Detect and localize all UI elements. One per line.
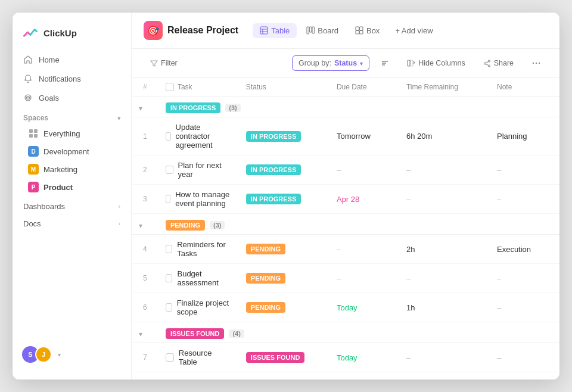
sidebar-item-development[interactable]: D Development — [17, 142, 126, 160]
dashboards-chevron-icon: › — [119, 203, 120, 210]
table-row[interactable]: 5 Budget assessment PENDING – – – — [132, 264, 559, 293]
sort-button[interactable] — [374, 55, 396, 71]
status-badge: PENDING — [246, 302, 285, 313]
dashboards-section[interactable]: Dashboards › — [13, 196, 131, 213]
task-name: Plan for next year — [178, 161, 232, 179]
task-cell[interactable]: Budget assessment — [158, 264, 239, 293]
docs-label: Docs — [23, 219, 41, 228]
task-cell[interactable]: Finalize project scope — [158, 293, 239, 322]
svg-rect-21 — [408, 60, 410, 66]
time-remaining-cell: – — [399, 372, 490, 380]
sidebar-item-product[interactable]: P Product — [17, 178, 126, 196]
svg-point-31 — [536, 63, 537, 64]
sidebar-item-everything[interactable]: Everything — [17, 125, 126, 142]
filter-button[interactable]: Filter — [144, 55, 184, 71]
board-icon — [306, 26, 315, 35]
table-row[interactable]: 8 Resource allocation ISSUES FOUND May 2… — [132, 372, 559, 380]
table-row[interactable]: 6 Finalize project scope PENDING Today 1… — [132, 293, 559, 322]
filter-icon — [150, 60, 158, 67]
task-name: How to manage event planning — [175, 190, 232, 208]
row-checkbox[interactable] — [166, 132, 171, 141]
group-count: (3) — [225, 104, 240, 112]
hide-columns-button[interactable]: Hide Columns — [400, 55, 472, 71]
task-cell[interactable]: Update contractor agreement — [158, 117, 239, 155]
row-checkbox[interactable] — [166, 353, 174, 362]
svg-line-29 — [486, 64, 488, 65]
status-cell: PENDING — [239, 264, 329, 293]
product-icon: P — [28, 182, 39, 192]
sidebar-item-goals[interactable]: Goals — [17, 89, 126, 107]
row-checkbox[interactable] — [166, 166, 173, 174]
svg-line-23 — [414, 61, 415, 63]
sidebar-item-notifications[interactable]: Notifications — [17, 70, 126, 88]
marketing-label: Marketing — [43, 165, 77, 174]
row-checkbox[interactable] — [166, 303, 172, 312]
sidebar-nav: Home Notifications Goals — [13, 51, 131, 107]
task-cell[interactable]: Reminders for Tasks — [158, 235, 239, 264]
svg-rect-11 — [307, 27, 309, 34]
add-view-label: + Add view — [395, 26, 433, 35]
group-by-button[interactable]: Group by: Status ▾ — [292, 55, 369, 71]
task-cell[interactable]: Resource allocation — [158, 372, 239, 380]
time-remaining-cell: – — [399, 185, 490, 214]
table-row[interactable]: 4 Reminders for Tasks PENDING – 2h Execu… — [132, 235, 559, 264]
box-icon — [355, 26, 363, 35]
table-row[interactable]: 7 Resource Table ISSUES FOUND Today – – — [132, 343, 559, 372]
tab-table-label: Table — [271, 26, 290, 35]
sidebar-item-marketing[interactable]: M Marketing — [17, 160, 126, 178]
table-row[interactable]: 3 How to manage event planning IN PROGRE… — [132, 185, 559, 214]
col-status-header: Status — [239, 78, 329, 97]
sidebar: ClickUp Home Notifications — [13, 13, 132, 379]
hide-columns-label: Hide Columns — [418, 59, 465, 67]
table-row[interactable]: 2 Plan for next year IN PROGRESS – – – — [132, 155, 559, 185]
col-checkbox: Task — [158, 78, 239, 97]
due-date-cell: May 21 — [329, 372, 399, 380]
app-window: ClickUp Home Notifications — [12, 12, 560, 380]
note-cell: Execution — [490, 235, 559, 264]
row-checkbox[interactable] — [166, 245, 172, 253]
status-cell: IN PROGRESS — [239, 185, 329, 214]
status-cell: IN PROGRESS — [239, 155, 329, 185]
user-chevron-icon: ▾ — [58, 351, 61, 358]
tab-table[interactable]: Table — [253, 23, 297, 38]
row-checkbox[interactable] — [166, 195, 170, 203]
time: 2h — [406, 245, 415, 254]
group-status-badge: PENDING — [166, 220, 205, 231]
spaces-section-header[interactable]: Spaces ▾ — [13, 107, 131, 125]
more-options-button[interactable] — [525, 55, 548, 71]
svg-line-28 — [486, 61, 488, 63]
share-icon — [483, 60, 491, 67]
tab-board[interactable]: Board — [299, 23, 346, 38]
sidebar-item-home[interactable]: Home — [17, 51, 126, 69]
collapse-icon[interactable]: ▾ — [139, 222, 142, 230]
docs-section[interactable]: Docs › — [13, 213, 131, 231]
time-remaining-cell: – — [399, 264, 490, 293]
time-dash: – — [406, 353, 411, 362]
view-tabs: Table Board — [253, 23, 439, 38]
share-button[interactable]: Share — [477, 55, 520, 71]
task-cell[interactable]: How to manage event planning — [158, 185, 239, 214]
select-all-checkbox[interactable] — [166, 83, 174, 91]
logo-area[interactable]: ClickUp — [13, 22, 131, 51]
task-cell[interactable]: Plan for next year — [158, 155, 239, 185]
group-status-badge: ISSUES FOUND — [166, 328, 225, 339]
user-area[interactable]: S J ▾ — [13, 339, 131, 370]
status-cell: PENDING — [239, 235, 329, 264]
avatar-group: S J — [22, 346, 52, 363]
note-dash: – — [497, 353, 501, 362]
task-table: # Task Status Due Date Time Remaining No… — [132, 78, 559, 379]
tab-box[interactable]: Box — [348, 23, 387, 38]
due-dash: – — [337, 274, 341, 283]
status-cell: PENDING — [239, 293, 329, 322]
note-cell: – — [490, 264, 559, 293]
task-cell[interactable]: Resource Table — [158, 343, 239, 372]
table-row[interactable]: 1 Update contractor agreement IN PROGRES… — [132, 117, 559, 155]
row-checkbox[interactable] — [166, 274, 173, 282]
add-view-button[interactable]: + Add view — [389, 23, 439, 38]
collapse-icon[interactable]: ▾ — [139, 330, 142, 338]
group-by-value: Status — [334, 59, 357, 67]
table-header-row: # Task Status Due Date Time Remaining No… — [132, 78, 559, 97]
task-name: Update contractor agreement — [176, 123, 232, 150]
row-number: 4 — [132, 235, 158, 264]
collapse-icon[interactable]: ▾ — [139, 104, 142, 113]
